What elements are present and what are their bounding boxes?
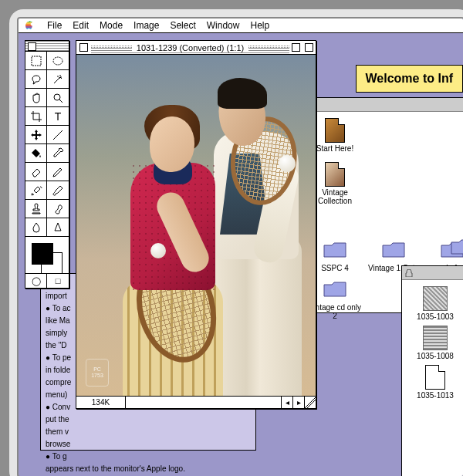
file-label: 1035-1013: [417, 391, 454, 400]
palette-titlebar[interactable]: [25, 41, 69, 52]
folder-item[interactable]: [435, 235, 463, 259]
readme-line: them v: [46, 427, 251, 437]
scroll-left-arrow-icon[interactable]: ◂: [281, 397, 292, 408]
folder-icon: [323, 277, 347, 302]
smudge-tool[interactable]: [47, 200, 69, 218]
line-tool[interactable]: [47, 126, 69, 144]
h-scrollbar-track[interactable]: [126, 397, 281, 408]
tool-palette[interactable]: T ◯ □: [25, 40, 69, 289]
resize-handle[interactable]: [304, 397, 316, 408]
marquee-rect-tool[interactable]: [25, 52, 47, 70]
blur-tool[interactable]: [25, 218, 47, 237]
svg-text:T: T: [55, 110, 62, 123]
eyedropper-tool[interactable]: [47, 144, 69, 163]
zoom-box[interactable]: [292, 43, 300, 52]
menu-help[interactable]: Help: [245, 20, 275, 31]
menu-bar: File Edit Mode Image Select Window Help: [19, 19, 463, 33]
tool-grid: T: [25, 52, 69, 237]
document-icon: [423, 365, 448, 390]
file-item[interactable]: 1035-1003: [408, 286, 462, 321]
finder-body: 1035-1003 1035-1008 1035-1013: [402, 280, 463, 406]
document-icon: [323, 162, 347, 187]
readme-line: ● To g: [46, 451, 251, 461]
finder-titlebar[interactable]: [302, 98, 463, 112]
image-canvas[interactable]: PC 1753: [76, 55, 316, 396]
scroll-right-arrow-icon[interactable]: ▸: [292, 397, 304, 408]
finder-window-2[interactable]: 1035-1003 1035-1008 1035-1013: [401, 265, 463, 476]
readme-line: appears next to the monitor's Apple logo…: [46, 464, 251, 474]
stamp-text: PC: [93, 366, 101, 373]
pencil-tool[interactable]: [47, 163, 69, 181]
airbrush-tool[interactable]: [25, 181, 47, 200]
move-tool[interactable]: [25, 126, 47, 144]
file-label: 1035-1008: [417, 352, 454, 360]
stamp-number: 1753: [91, 373, 103, 379]
photo-stamp: PC 1753: [86, 359, 109, 387]
image-window[interactable]: 1031-1239 (Converted) (1:1) PC 1753 134K…: [76, 40, 316, 409]
thumbnail-icon: [423, 286, 448, 311]
screen: File Edit Mode Image Select Window Help …: [17, 17, 463, 476]
window-titlebar[interactable]: 1031-1239 (Converted) (1:1): [76, 41, 316, 55]
readme-line: put the: [46, 414, 251, 424]
doc-size-label: 134K: [76, 397, 126, 408]
stamp-tool[interactable]: [25, 200, 47, 218]
type-tool[interactable]: T: [47, 107, 69, 126]
collapse-box[interactable]: [305, 43, 313, 52]
window-title: 1031-1239 (Converted) (1:1): [132, 43, 248, 52]
file-item[interactable]: 1035-1008: [408, 326, 462, 360]
welcome-banner: Welcome to Inf: [356, 65, 464, 93]
magic-wand-tool[interactable]: [47, 70, 69, 89]
hand-tool[interactable]: [25, 89, 47, 107]
document-icon: [323, 118, 347, 143]
svg-point-1: [53, 57, 63, 65]
folder-icon: [323, 238, 347, 262]
file-label: Start Here!: [316, 144, 353, 153]
color-swatch[interactable]: [25, 237, 69, 274]
menu-mode[interactable]: Mode: [94, 20, 128, 31]
finder-titlebar[interactable]: [402, 266, 463, 280]
foreground-color-swatch[interactable]: [32, 243, 53, 265]
quickmask-on-icon[interactable]: □: [47, 274, 69, 288]
lasso-tool[interactable]: [25, 70, 47, 89]
sharpen-tool[interactable]: [47, 218, 69, 237]
menu-select[interactable]: Select: [164, 20, 201, 31]
menu-image[interactable]: Image: [128, 20, 164, 31]
thumbnail-icon: [423, 326, 448, 350]
readme-line: browse: [46, 439, 251, 449]
lock-icon: [405, 269, 413, 277]
folder-icon: [450, 235, 463, 259]
mode-buttons: ◯ □: [25, 274, 69, 288]
quickmask-off-icon[interactable]: ◯: [25, 274, 47, 288]
svg-point-2: [54, 94, 60, 100]
menu-file[interactable]: File: [42, 20, 67, 31]
folder-icon: [381, 238, 406, 262]
file-item[interactable]: 1035-1013: [408, 365, 462, 400]
status-bar: 134K ◂ ▸: [76, 396, 316, 408]
file-label: 1035-1003: [417, 312, 454, 321]
svg-rect-0: [32, 56, 41, 66]
folder-label: SSPC 4: [321, 264, 349, 272]
zoom-tool[interactable]: [47, 89, 69, 107]
apple-menu-icon[interactable]: [23, 19, 35, 32]
menu-edit[interactable]: Edit: [67, 20, 94, 31]
close-box[interactable]: [79, 43, 88, 52]
monitor-bezel: File Edit Mode Image Select Window Help …: [9, 9, 463, 476]
menu-window[interactable]: Window: [201, 20, 245, 31]
paint-bucket-tool[interactable]: [25, 144, 47, 163]
brush-tool[interactable]: [47, 181, 69, 200]
crop-tool[interactable]: [25, 107, 47, 126]
marquee-ellipse-tool[interactable]: [47, 52, 69, 70]
eraser-tool[interactable]: [25, 163, 47, 181]
